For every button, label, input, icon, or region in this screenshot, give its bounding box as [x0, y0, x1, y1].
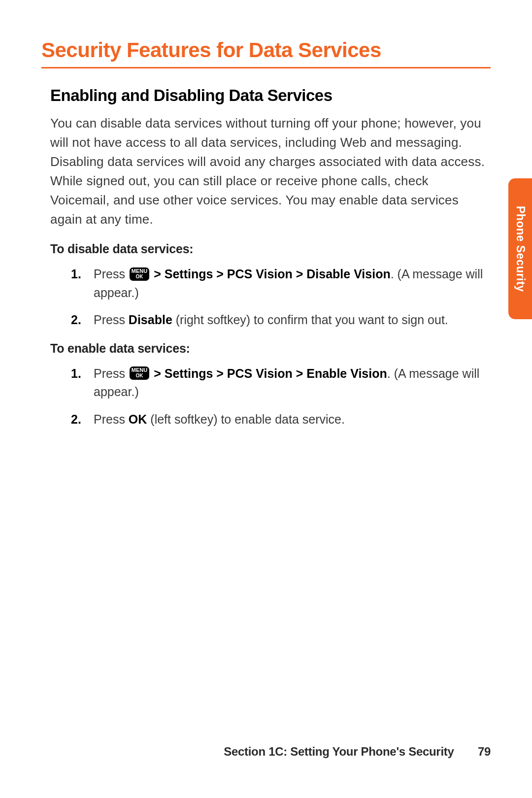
enable-step-1: Press MENU OK > Settings > PCS Vision > …: [71, 365, 491, 401]
menu-ok-key-icon: MENU OK: [130, 267, 149, 281]
step-text: Press: [94, 267, 129, 281]
intro-paragraph: You can disable data services without tu…: [50, 114, 491, 229]
step-bold: > Settings > PCS Vision > Enable Vision: [154, 366, 387, 380]
page-sub-heading: Enabling and Disabling Data Services: [50, 86, 491, 105]
page-main-heading: Security Features for Data Services: [41, 38, 491, 62]
disable-steps: Press MENU OK > Settings > PCS Vision > …: [71, 265, 491, 330]
section-tab-label: Phone Security: [514, 206, 527, 292]
disable-step-2: Press Disable (right softkey) to confirm…: [71, 311, 491, 330]
step-text: Press: [94, 366, 129, 380]
enable-steps: Press MENU OK > Settings > PCS Vision > …: [71, 365, 491, 429]
footer-page-number: 79: [478, 745, 491, 758]
step-after: (right softkey) to confirm that you want…: [172, 313, 448, 327]
disable-subhead: To disable data services:: [50, 242, 491, 256]
enable-subhead: To enable data services:: [50, 341, 491, 356]
step-text: Press: [94, 412, 129, 426]
enable-step-2: Press OK (left softkey) to enable data s…: [71, 410, 491, 429]
footer-section: Section 1C: Setting Your Phone's Securit…: [224, 745, 454, 758]
step-bold: > Settings > PCS Vision > Disable Vision: [154, 267, 391, 281]
step-bold: Disable: [129, 313, 172, 327]
page-footer: Section 1C: Setting Your Phone's Securit…: [224, 745, 491, 759]
heading-rule: [41, 67, 491, 68]
menu-ok-key-icon: MENU OK: [130, 366, 149, 380]
step-bold: OK: [129, 412, 147, 426]
step-text: Press: [94, 313, 129, 327]
step-after: (left softkey) to enable data service.: [147, 412, 345, 426]
disable-step-1: Press MENU OK > Settings > PCS Vision > …: [71, 265, 491, 302]
section-tab: Phone Security: [508, 178, 532, 319]
